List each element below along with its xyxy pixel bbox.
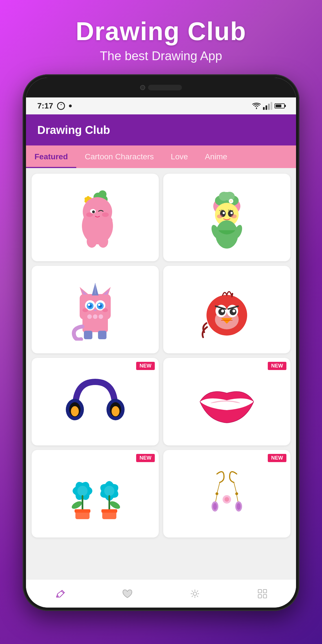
svg-point-52	[94, 309, 97, 311]
svg-rect-89	[101, 509, 117, 513]
svg-point-15	[103, 217, 112, 224]
svg-point-13	[86, 212, 93, 217]
svg-rect-59	[98, 331, 106, 339]
status-right	[252, 102, 285, 110]
card-lips[interactable]: NEW	[163, 358, 290, 445]
svg-point-16	[87, 235, 97, 248]
status-bar: 7:17	[26, 97, 296, 114]
svg-point-30	[230, 212, 233, 214]
svg-point-25	[230, 200, 232, 202]
svg-point-68	[221, 310, 224, 312]
svg-line-92	[216, 495, 217, 502]
status-time: 7:17	[37, 101, 53, 110]
svg-point-32	[231, 214, 237, 218]
card-teal-flowers[interactable]: NEW	[32, 450, 159, 538]
card-headphones[interactable]: NEW	[32, 358, 159, 445]
content-grid: NEW NEW	[26, 168, 296, 579]
svg-point-69	[232, 310, 235, 312]
notch-camera	[140, 85, 145, 90]
svg-point-50	[88, 304, 90, 306]
tab-featured[interactable]: Featured	[26, 145, 76, 168]
app-subtitle: The best Drawing App	[76, 49, 246, 63]
svg-point-79	[77, 486, 88, 496]
new-badge-6: NEW	[268, 362, 286, 370]
svg-point-57	[99, 314, 103, 319]
svg-rect-58	[84, 331, 92, 339]
svg-point-51	[98, 304, 100, 306]
svg-point-56	[93, 314, 97, 319]
heart-icon	[122, 588, 133, 599]
svg-rect-103	[258, 589, 262, 593]
wifi-icon	[252, 103, 261, 109]
svg-rect-106	[263, 595, 267, 598]
svg-point-87	[109, 500, 121, 510]
tab-cartoon[interactable]: Cartoon Characters	[76, 145, 162, 168]
svg-point-86	[104, 486, 114, 496]
new-badge-8: NEW	[268, 454, 286, 462]
app-bar: Drawing Club	[26, 114, 296, 145]
notch-speaker	[148, 85, 182, 90]
nav-gear[interactable]	[186, 585, 203, 602]
svg-point-29	[223, 212, 225, 214]
svg-point-55	[87, 314, 92, 319]
app-title-section: Drawing Club The best Drawing App	[76, 0, 246, 74]
status-dot	[69, 105, 72, 107]
svg-line-97	[237, 495, 238, 502]
new-badge-5: NEW	[136, 362, 155, 370]
pencil-icon	[54, 588, 66, 599]
svg-point-80	[71, 500, 83, 510]
signal-icon	[263, 102, 272, 110]
tab-love[interactable]: Love	[162, 145, 197, 168]
svg-point-102	[193, 592, 197, 595]
svg-line-90	[217, 482, 220, 494]
app-screen: Drawing Club Featured Cartoon Characters…	[26, 114, 296, 608]
svg-point-0	[256, 108, 257, 109]
svg-point-75	[112, 406, 119, 416]
phone-notch	[26, 78, 296, 97]
pink-cat-image	[67, 186, 123, 249]
teal-flowers-image	[63, 465, 128, 522]
svg-point-53	[82, 308, 88, 312]
app-bar-title: Drawing Club	[37, 124, 110, 136]
svg-line-95	[234, 482, 237, 494]
card-unikitty[interactable]	[32, 266, 159, 353]
svg-rect-104	[263, 589, 267, 593]
phone-inner: 7:17	[26, 78, 296, 608]
card-earrings[interactable]: NEW	[163, 450, 290, 538]
svg-point-94	[213, 503, 217, 510]
lips-image	[194, 376, 259, 427]
svg-point-101	[225, 497, 229, 502]
nav-grid[interactable]	[254, 585, 271, 602]
gear-icon	[189, 588, 201, 599]
svg-point-99	[237, 503, 241, 510]
angry-bird-image	[199, 279, 255, 341]
svg-point-91	[216, 492, 218, 495]
tab-bar[interactable]: Featured Cartoon Characters Love Anime	[26, 145, 296, 168]
nav-pencil[interactable]	[51, 585, 68, 602]
headphones-image	[64, 373, 126, 430]
svg-point-17	[98, 235, 108, 248]
app-title: Drawing Club	[76, 17, 246, 46]
card-green-fairy[interactable]	[163, 174, 290, 261]
earrings-image	[199, 465, 255, 522]
svg-point-96	[235, 492, 238, 495]
svg-point-12	[92, 210, 95, 213]
bottom-nav	[26, 579, 296, 608]
card-pink-cat[interactable]	[32, 174, 159, 261]
tab-anime[interactable]: Anime	[196, 145, 236, 168]
svg-point-72	[71, 406, 79, 416]
svg-point-54	[102, 308, 108, 312]
grid-icon	[257, 588, 268, 599]
nav-heart[interactable]	[119, 585, 136, 602]
green-fairy-image	[199, 186, 255, 249]
battery-icon	[275, 103, 285, 108]
status-arrow-icon	[57, 102, 65, 110]
unikitty-image	[67, 279, 123, 341]
svg-point-31	[217, 214, 223, 218]
svg-rect-105	[258, 595, 262, 598]
svg-rect-82	[75, 509, 90, 513]
new-badge-7: NEW	[136, 454, 155, 462]
card-angry-bird[interactable]	[163, 266, 290, 353]
svg-point-14	[102, 212, 109, 217]
phone-frame: 7:17	[23, 74, 299, 611]
